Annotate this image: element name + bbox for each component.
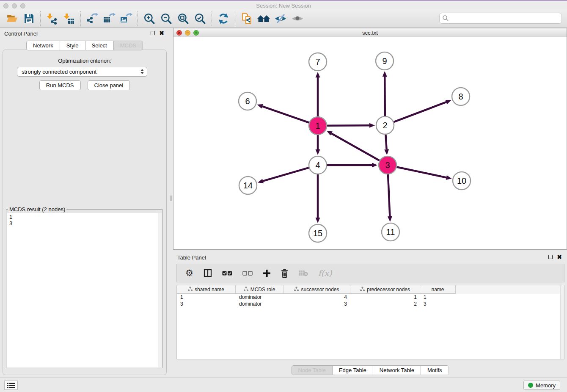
svg-text:1: 1 (315, 121, 320, 130)
zoom-fit-icon[interactable] (176, 11, 190, 26)
table-cell[interactable]: 3 (177, 301, 236, 307)
new-network-from-selection-icon[interactable] (239, 11, 254, 26)
column-icon[interactable] (204, 269, 212, 277)
table-row[interactable]: 3dominator323 (177, 301, 564, 307)
close-panel-icon[interactable]: ✖ (159, 31, 164, 35)
graph-edge-4-3[interactable] (327, 163, 377, 168)
table-tab-edge-table[interactable]: Edge Table (332, 366, 373, 375)
table-cell[interactable]: 3 (420, 301, 456, 307)
graph-node-8[interactable]: 8 (452, 88, 470, 105)
save-session-icon[interactable] (22, 11, 36, 26)
deselect-all-icon[interactable] (242, 271, 253, 276)
graph-node-3[interactable]: 3 (379, 156, 396, 174)
column-header-shared-name[interactable]: shared name (177, 285, 236, 294)
tab-style[interactable]: Style (60, 41, 85, 50)
graph-node-4[interactable]: 4 (309, 156, 327, 174)
close-panel-button[interactable]: Close panel (88, 80, 130, 90)
graph-edge-2-8[interactable] (394, 100, 451, 122)
graph-edge-3-10[interactable] (397, 167, 452, 180)
float-table-panel-icon[interactable] (548, 255, 553, 259)
network-canvas[interactable]: 7968124314101511 (173, 37, 567, 249)
export-table-icon[interactable] (102, 11, 116, 26)
show-all-icon[interactable] (290, 11, 305, 26)
table-cell[interactable]: 4 (284, 294, 350, 301)
table-cell[interactable]: 1 (350, 294, 420, 301)
graph-edge-4-15[interactable] (316, 174, 320, 223)
graph-edge-2-3[interactable] (384, 135, 389, 155)
table-tab-network-table[interactable]: Network Table (373, 366, 421, 375)
column-header-successor-nodes[interactable]: successor nodes (284, 285, 350, 294)
graph-edge-1-7[interactable] (316, 72, 320, 116)
tab-select[interactable]: Select (85, 41, 113, 50)
table-scrollbar[interactable] (560, 285, 564, 359)
import-network-icon[interactable] (45, 11, 59, 26)
network-graph[interactable]: 7968124314101511 (173, 37, 567, 249)
export-network-icon[interactable] (85, 11, 99, 26)
graph-node-1[interactable]: 1 (309, 117, 327, 135)
graph-node-15[interactable]: 15 (309, 224, 327, 242)
zoom-out-icon[interactable] (159, 11, 173, 26)
graph-edge-4-14[interactable] (258, 168, 309, 183)
delete-row-icon[interactable] (281, 269, 288, 278)
node-table[interactable]: shared nameMCDS rolesuccessor nodesprede… (176, 285, 564, 359)
table-cell[interactable]: 3 (284, 301, 350, 307)
optimization-criterion-dropdown[interactable]: strongly connected component (17, 67, 147, 77)
close-table-panel-icon[interactable]: ✖ (557, 255, 562, 259)
table-tab-node-table[interactable]: Node Table (292, 366, 332, 375)
table-cell[interactable]: dominator (236, 294, 284, 301)
dropdown-stepper-icon (140, 69, 144, 74)
table-cell[interactable]: 1 (177, 294, 236, 301)
toolbar-separator (40, 11, 41, 26)
graph-node-2[interactable]: 2 (376, 116, 394, 134)
network-window-titlebar[interactable]: ✕ − + scc.txt (173, 28, 567, 37)
result-scrollbar[interactable] (158, 213, 162, 367)
graph-node-6[interactable]: 6 (239, 92, 256, 110)
task-history-button[interactable] (4, 381, 18, 390)
column-header-predecessor-nodes[interactable]: predecessor nodes (350, 285, 420, 294)
graph-node-11[interactable]: 11 (382, 223, 399, 241)
splitter-grip[interactable] (170, 196, 172, 201)
open-session-icon[interactable] (5, 11, 19, 26)
column-header-name[interactable]: name (420, 285, 456, 294)
first-neighbors-icon[interactable] (256, 11, 271, 26)
refresh-icon[interactable] (216, 11, 231, 26)
graph-edge-1-2[interactable] (327, 123, 375, 128)
graph-node-14[interactable]: 14 (239, 177, 257, 194)
graph-edge-1-4[interactable] (316, 135, 320, 155)
graph-edge-3-1[interactable] (327, 131, 380, 160)
table-cell[interactable]: dominator (236, 301, 284, 307)
mcds-result-text[interactable]: 1 3 (7, 213, 162, 367)
function-builder-icon[interactable]: f(x) (318, 268, 332, 278)
tab-network[interactable]: Network (27, 41, 60, 50)
panel-splitter[interactable] (169, 28, 173, 378)
zoom-selected-icon[interactable] (193, 11, 207, 26)
select-all-icon[interactable] (222, 271, 232, 276)
table-row[interactable]: 1dominator411 (177, 294, 564, 301)
table-cell[interactable]: 2 (350, 301, 420, 307)
zoom-in-icon[interactable] (142, 11, 157, 26)
float-panel-icon[interactable] (151, 31, 155, 35)
search-input[interactable] (439, 13, 562, 24)
graph-edge-2-9[interactable] (383, 71, 387, 116)
import-table-icon[interactable] (62, 11, 76, 26)
svg-text:15: 15 (313, 229, 322, 238)
table-tab-motifs[interactable]: Motifs (421, 366, 449, 375)
hide-selected-icon[interactable] (273, 11, 288, 26)
graph-node-9[interactable]: 9 (376, 52, 394, 70)
toolbar-separator (235, 11, 235, 26)
tab-mcds[interactable]: MCDS (113, 41, 143, 50)
run-mcds-button[interactable]: Run MCDS (39, 80, 81, 90)
add-row-icon[interactable] (263, 269, 271, 277)
graph-node-7[interactable]: 7 (309, 53, 327, 71)
graph-edge-3-11[interactable] (388, 174, 392, 222)
export-image-icon[interactable] (119, 11, 133, 26)
delete-table-icon[interactable] (298, 270, 308, 276)
column-header-mcds-role[interactable]: MCDS role (236, 285, 284, 294)
table-cell[interactable]: 1 (420, 294, 456, 301)
memory-button[interactable]: Memory (523, 381, 560, 390)
gear-icon[interactable]: ⚙ (185, 269, 193, 277)
control-panel: Control Panel ✖ NetworkStyleSelectMCDS O… (0, 28, 169, 378)
graph-edge-1-6[interactable] (257, 104, 309, 123)
graph-node-10[interactable]: 10 (453, 172, 471, 190)
list-icon (7, 382, 15, 389)
